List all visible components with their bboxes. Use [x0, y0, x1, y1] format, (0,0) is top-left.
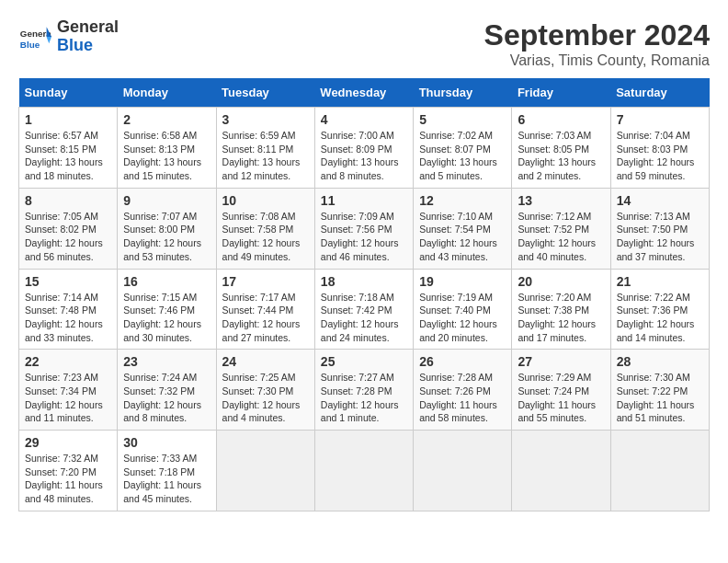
- calendar-cell: 27Sunrise: 7:29 AM Sunset: 7:24 PM Dayli…: [512, 350, 610, 431]
- calendar-cell: 14Sunrise: 7:13 AM Sunset: 7:50 PM Dayli…: [610, 188, 709, 269]
- calendar-cell: 18Sunrise: 7:18 AM Sunset: 7:42 PM Dayli…: [314, 269, 413, 350]
- day-info: Sunrise: 7:00 AM Sunset: 8:09 PM Dayligh…: [321, 129, 407, 183]
- calendar-cell: 3Sunrise: 6:59 AM Sunset: 8:11 PM Daylig…: [216, 108, 314, 189]
- day-number: 23: [123, 354, 210, 369]
- day-info: Sunrise: 7:04 AM Sunset: 8:03 PM Dayligh…: [617, 129, 703, 183]
- day-info: Sunrise: 7:13 AM Sunset: 7:50 PM Dayligh…: [617, 210, 703, 264]
- calendar-week-5: 29Sunrise: 7:32 AM Sunset: 7:20 PM Dayli…: [19, 431, 710, 511]
- calendar-cell: 16Sunrise: 7:15 AM Sunset: 7:46 PM Dayli…: [118, 269, 216, 350]
- day-number: 27: [518, 354, 604, 369]
- calendar-cell: 15Sunrise: 7:14 AM Sunset: 7:48 PM Dayli…: [19, 269, 118, 350]
- calendar-cell: 26Sunrise: 7:28 AM Sunset: 7:26 PM Dayli…: [414, 350, 512, 431]
- day-info: Sunrise: 6:57 AM Sunset: 8:15 PM Dayligh…: [25, 129, 111, 183]
- calendar-cell: 8Sunrise: 7:05 AM Sunset: 8:02 PM Daylig…: [19, 188, 118, 269]
- day-number: 22: [25, 354, 111, 369]
- calendar-week-3: 15Sunrise: 7:14 AM Sunset: 7:48 PM Dayli…: [19, 269, 710, 350]
- day-number: 10: [222, 193, 309, 208]
- header: General Blue General Blue September 2024…: [18, 18, 710, 69]
- calendar-cell: 30Sunrise: 7:33 AM Sunset: 7:18 PM Dayli…: [118, 431, 216, 511]
- calendar-week-1: 1Sunrise: 6:57 AM Sunset: 8:15 PM Daylig…: [19, 108, 710, 189]
- day-info: Sunrise: 7:08 AM Sunset: 7:58 PM Dayligh…: [222, 210, 309, 264]
- calendar-week-4: 22Sunrise: 7:23 AM Sunset: 7:34 PM Dayli…: [19, 350, 710, 431]
- col-wednesday: Wednesday: [314, 78, 413, 108]
- day-info: Sunrise: 7:05 AM Sunset: 8:02 PM Dayligh…: [25, 210, 111, 264]
- col-tuesday: Tuesday: [216, 78, 314, 108]
- day-number: 26: [419, 354, 506, 369]
- calendar-cell: 2Sunrise: 6:58 AM Sunset: 8:13 PM Daylig…: [118, 108, 216, 189]
- day-info: Sunrise: 7:30 AM Sunset: 7:22 PM Dayligh…: [617, 371, 703, 425]
- logo-general: General: [57, 17, 119, 36]
- calendar-cell: 21Sunrise: 7:22 AM Sunset: 7:36 PM Dayli…: [610, 269, 709, 350]
- day-info: Sunrise: 7:09 AM Sunset: 7:56 PM Dayligh…: [321, 210, 407, 264]
- calendar-cell: 25Sunrise: 7:27 AM Sunset: 7:28 PM Dayli…: [314, 350, 413, 431]
- day-info: Sunrise: 7:33 AM Sunset: 7:18 PM Dayligh…: [123, 452, 210, 506]
- calendar-cell: [512, 431, 610, 511]
- day-info: Sunrise: 7:32 AM Sunset: 7:20 PM Dayligh…: [25, 452, 111, 506]
- day-info: Sunrise: 7:23 AM Sunset: 7:34 PM Dayligh…: [25, 371, 111, 425]
- day-number: 14: [617, 193, 703, 208]
- day-number: 29: [25, 435, 111, 450]
- day-number: 11: [321, 193, 407, 208]
- day-info: Sunrise: 7:28 AM Sunset: 7:26 PM Dayligh…: [419, 371, 506, 425]
- day-info: Sunrise: 7:10 AM Sunset: 7:54 PM Dayligh…: [419, 210, 506, 264]
- title-area: September 2024 Varias, Timis County, Rom…: [484, 18, 710, 69]
- day-number: 13: [518, 193, 604, 208]
- day-number: 6: [518, 112, 604, 127]
- col-thursday: Thursday: [414, 78, 512, 108]
- day-number: 30: [123, 435, 210, 450]
- calendar-cell: 29Sunrise: 7:32 AM Sunset: 7:20 PM Dayli…: [19, 431, 118, 511]
- day-info: Sunrise: 7:03 AM Sunset: 8:05 PM Dayligh…: [518, 129, 604, 183]
- calendar-cell: 17Sunrise: 7:17 AM Sunset: 7:44 PM Dayli…: [216, 269, 314, 350]
- calendar-cell: 6Sunrise: 7:03 AM Sunset: 8:05 PM Daylig…: [512, 108, 610, 189]
- day-number: 7: [617, 112, 703, 127]
- calendar-subtitle: Varias, Timis County, Romania: [484, 52, 710, 69]
- calendar-cell: 12Sunrise: 7:10 AM Sunset: 7:54 PM Dayli…: [414, 188, 512, 269]
- logo-icon: General Blue: [18, 20, 51, 53]
- day-number: 21: [617, 274, 703, 289]
- calendar-cell: [414, 431, 512, 511]
- col-friday: Friday: [512, 78, 610, 108]
- day-info: Sunrise: 7:25 AM Sunset: 7:30 PM Dayligh…: [222, 371, 309, 425]
- logo: General Blue General Blue: [18, 18, 119, 55]
- day-info: Sunrise: 7:07 AM Sunset: 8:00 PM Dayligh…: [123, 210, 210, 264]
- day-info: Sunrise: 7:14 AM Sunset: 7:48 PM Dayligh…: [25, 291, 111, 345]
- day-info: Sunrise: 7:29 AM Sunset: 7:24 PM Dayligh…: [518, 371, 604, 425]
- calendar-cell: 10Sunrise: 7:08 AM Sunset: 7:58 PM Dayli…: [216, 188, 314, 269]
- day-info: Sunrise: 6:59 AM Sunset: 8:11 PM Dayligh…: [222, 129, 309, 183]
- calendar-cell: 13Sunrise: 7:12 AM Sunset: 7:52 PM Dayli…: [512, 188, 610, 269]
- day-info: Sunrise: 7:12 AM Sunset: 7:52 PM Dayligh…: [518, 210, 604, 264]
- logo-text: General Blue: [57, 18, 119, 55]
- day-number: 8: [25, 193, 111, 208]
- day-number: 1: [25, 112, 111, 127]
- day-number: 18: [321, 274, 407, 289]
- day-info: Sunrise: 7:19 AM Sunset: 7:40 PM Dayligh…: [419, 291, 506, 345]
- calendar-cell: 22Sunrise: 7:23 AM Sunset: 7:34 PM Dayli…: [19, 350, 118, 431]
- calendar-cell: 4Sunrise: 7:00 AM Sunset: 8:09 PM Daylig…: [314, 108, 413, 189]
- day-number: 28: [617, 354, 703, 369]
- calendar-cell: [216, 431, 314, 511]
- calendar-body: 1Sunrise: 6:57 AM Sunset: 8:15 PM Daylig…: [19, 108, 710, 511]
- logo-blue: Blue: [57, 36, 93, 54]
- col-sunday: Sunday: [19, 78, 118, 108]
- day-number: 19: [419, 274, 506, 289]
- svg-text:Blue: Blue: [20, 39, 40, 49]
- calendar-cell: 28Sunrise: 7:30 AM Sunset: 7:22 PM Dayli…: [610, 350, 709, 431]
- day-info: Sunrise: 7:20 AM Sunset: 7:38 PM Dayligh…: [518, 291, 604, 345]
- column-headers: Sunday Monday Tuesday Wednesday Thursday…: [19, 78, 710, 108]
- calendar-cell: 11Sunrise: 7:09 AM Sunset: 7:56 PM Dayli…: [314, 188, 413, 269]
- day-number: 12: [419, 193, 506, 208]
- day-number: 25: [321, 354, 407, 369]
- day-number: 2: [123, 112, 210, 127]
- calendar-title: September 2024: [484, 18, 710, 52]
- calendar-cell: [314, 431, 413, 511]
- day-info: Sunrise: 7:17 AM Sunset: 7:44 PM Dayligh…: [222, 291, 309, 345]
- day-info: Sunrise: 7:18 AM Sunset: 7:42 PM Dayligh…: [321, 291, 407, 345]
- calendar-week-2: 8Sunrise: 7:05 AM Sunset: 8:02 PM Daylig…: [19, 188, 710, 269]
- calendar-cell: 24Sunrise: 7:25 AM Sunset: 7:30 PM Dayli…: [216, 350, 314, 431]
- day-number: 4: [321, 112, 407, 127]
- day-info: Sunrise: 7:24 AM Sunset: 7:32 PM Dayligh…: [123, 371, 210, 425]
- calendar-cell: 7Sunrise: 7:04 AM Sunset: 8:03 PM Daylig…: [610, 108, 709, 189]
- col-monday: Monday: [118, 78, 216, 108]
- calendar-cell: [610, 431, 709, 511]
- day-number: 5: [419, 112, 506, 127]
